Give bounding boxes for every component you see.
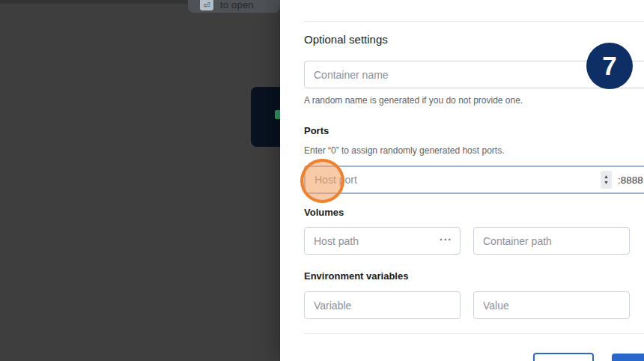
container-port-suffix: :8888 bbox=[618, 175, 643, 186]
tooltip-label: to open bbox=[220, 0, 254, 10]
browse-ellipsis-icon[interactable]: ··· bbox=[440, 234, 452, 246]
container-path-input[interactable] bbox=[473, 227, 630, 255]
host-port-input[interactable] bbox=[306, 167, 575, 192]
env-value-input[interactable] bbox=[473, 291, 630, 319]
host-port-field: ▲ ▼ :8888 bbox=[304, 166, 644, 194]
stepper-up-icon[interactable]: ▲ bbox=[604, 174, 609, 180]
ports-helper: Enter “0” to assign randomly generated h… bbox=[304, 145, 504, 156]
run-button[interactable] bbox=[612, 354, 644, 361]
screen: { "colors": { "backdrop": "#3e3e3e", "ac… bbox=[0, 0, 644, 361]
volumes-label: Volumes bbox=[304, 207, 344, 218]
container-name-helper: A random name is generated if you do not… bbox=[304, 95, 523, 106]
open-hint-tooltip: ⏎ to open bbox=[188, 0, 280, 13]
return-key-icon: ⏎ bbox=[200, 0, 213, 10]
click-highlight-circle bbox=[300, 159, 344, 203]
ports-label: Ports bbox=[304, 125, 329, 136]
top-divider bbox=[304, 21, 644, 22]
host-path-field: ··· bbox=[304, 227, 461, 255]
dialog-title: Optional settings bbox=[304, 33, 388, 46]
stepper-down-icon[interactable]: ▼ bbox=[604, 180, 609, 186]
environment-variables-label: Environment variables bbox=[304, 270, 408, 282]
step-number-badge: 7 bbox=[586, 43, 633, 89]
footer-divider bbox=[304, 333, 644, 334]
host-path-input[interactable] bbox=[305, 228, 432, 254]
env-variable-input[interactable] bbox=[304, 291, 461, 319]
number-stepper-icon[interactable]: ▲ ▼ bbox=[601, 171, 612, 189]
cancel-button[interactable] bbox=[533, 353, 594, 361]
